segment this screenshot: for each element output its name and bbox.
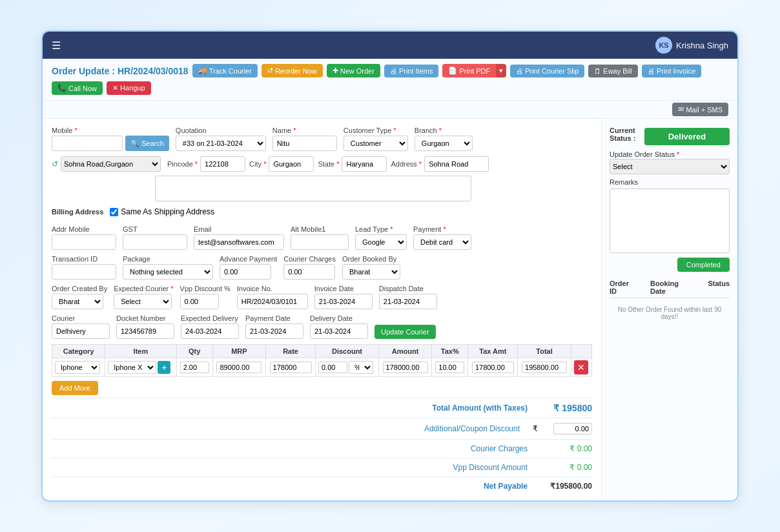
gst-input[interactable] [123, 234, 187, 250]
expected-delivery-input[interactable] [181, 323, 239, 339]
remarks-label: Remarks [610, 178, 730, 186]
status-col: Status [708, 280, 730, 295]
quotation-select[interactable]: #33 on 21-03-2024 [176, 136, 266, 151]
city-input[interactable] [269, 156, 314, 172]
new-order-button[interactable]: ✚ New Order [327, 64, 380, 77]
user-info: KS Krishna Singh [655, 37, 728, 54]
docket-number-input[interactable] [116, 323, 174, 339]
payment-date-group: Payment Date [245, 314, 303, 339]
email-label: Email [194, 225, 284, 233]
expected-delivery-group: Expected Delivery [181, 314, 239, 339]
update-status-select[interactable]: Select [610, 159, 730, 174]
email-input[interactable] [194, 234, 284, 250]
print-items-button[interactable]: 🖨 Print Items [384, 65, 439, 77]
transaction-id-label: Transaction ID [52, 255, 116, 263]
lead-type-select[interactable]: Google [355, 234, 407, 250]
address-textarea[interactable] [155, 176, 471, 201]
city-label: City * [249, 160, 266, 168]
printer-icon: 🖨 [516, 67, 523, 75]
advance-payment-input[interactable] [220, 264, 271, 280]
name-input[interactable] [272, 136, 337, 151]
addr-mobile-input[interactable] [52, 234, 116, 250]
qty-input[interactable] [180, 362, 209, 373]
courier-input[interactable] [52, 323, 110, 339]
discount-type-select[interactable]: % [349, 361, 373, 374]
eway-bill-button[interactable]: 🗒 Eway Bill [588, 65, 638, 77]
vpp-discount-input[interactable] [180, 294, 219, 309]
name-group: Name * [272, 127, 337, 151]
items-table-section: Category Item Qty MRP Rate Discount Amou… [52, 344, 592, 395]
col-mrp: MRP [212, 345, 265, 358]
customer-type-select[interactable]: Customer [344, 136, 408, 151]
header-row: Order Update : HR/2024/03/0018 🚚 Track C… [43, 59, 737, 101]
expected-courier-select[interactable]: Select [114, 294, 172, 309]
courier-charges-total-label: Courier Charges [411, 444, 528, 453]
dispatch-date-input[interactable] [379, 294, 437, 309]
discount-input[interactable] [318, 362, 347, 373]
item-select[interactable]: Iphone X [108, 361, 156, 374]
order-created-by-group: Order Created By Bharat [52, 285, 107, 309]
courier-charges-input[interactable] [283, 264, 335, 280]
total-input[interactable] [522, 362, 567, 373]
hamburger-icon[interactable]: ☰ [52, 39, 61, 52]
payment-date-input[interactable] [245, 323, 303, 339]
print-pdf-button[interactable]: 📄 Print PDF [442, 64, 496, 77]
refresh-address-icon[interactable]: ↺ [52, 159, 58, 169]
cell-discount: % [316, 358, 379, 377]
invoice-no-input[interactable] [237, 294, 308, 309]
print-pdf-dropdown-button[interactable]: ▾ [496, 64, 506, 77]
col-qty: Qty [176, 345, 212, 358]
address-input[interactable] [424, 156, 489, 172]
transaction-id-input[interactable] [52, 264, 116, 280]
tax-amt-input[interactable] [472, 362, 514, 373]
track-courier-button[interactable]: 🚚 Track Courier [192, 64, 258, 77]
col-category: Category [52, 345, 105, 358]
invoice-date-input[interactable] [314, 294, 373, 309]
amount-input[interactable] [383, 362, 428, 373]
name-label: Name * [272, 127, 337, 134]
rate-input[interactable] [270, 362, 312, 373]
net-payable-value: ₹195800.00 [540, 482, 592, 491]
top-bar: ☰ KS Krishna Singh [43, 32, 737, 59]
change-address-select[interactable]: Sohna Road,Gurgaon [61, 156, 161, 172]
order-booked-by-select[interactable]: Bharat [342, 264, 400, 280]
cell-item: Iphone X + [105, 358, 176, 377]
package-select[interactable]: Nothing selected [123, 264, 213, 280]
reorder-now-button[interactable]: ↺ Reorder Now [262, 64, 323, 77]
vpp-discount-total-row: Vpp Discount Amount ₹ 0.00 [52, 461, 592, 474]
mobile-input[interactable] [52, 136, 123, 151]
category-select[interactable]: Iphone [55, 361, 100, 374]
quotation-label: Quotation [176, 127, 266, 134]
mail-sms-button[interactable]: ✉ Mail + SMS [672, 103, 728, 116]
update-courier-button[interactable]: Update Courier [375, 325, 436, 339]
delivered-button[interactable]: Delivered [644, 128, 730, 145]
order-history: Order ID Booking Date Status No Other Or… [610, 280, 730, 325]
payment-select[interactable]: Debit card [413, 234, 471, 250]
delete-row-button[interactable]: ✕ [574, 360, 588, 374]
pincode-input[interactable] [200, 156, 245, 172]
branch-select[interactable]: Gurgaon [415, 136, 473, 151]
state-input[interactable] [342, 156, 387, 172]
email-group: Email [194, 225, 284, 250]
print-courier-slip-button[interactable]: 🖨 Print Courier Slip [510, 65, 584, 77]
content-area: Mobile * 🔍 Search Quotation #33 on 21-03… [43, 119, 737, 500]
hangup-button[interactable]: ✕ Hangup [107, 81, 151, 95]
mrp-input[interactable] [216, 362, 262, 373]
print-invoice-button[interactable]: 🖨 Print Invoice [642, 65, 702, 77]
delivery-date-input[interactable] [310, 323, 368, 339]
col-amount: Amount [378, 345, 431, 358]
tax-pct-input[interactable] [435, 362, 464, 373]
completed-button[interactable]: Completed [677, 258, 730, 272]
print-pdf-group: 📄 Print PDF ▾ [442, 64, 506, 77]
same-as-shipping-checkbox[interactable] [110, 208, 118, 216]
order-created-by-select[interactable]: Bharat [52, 294, 103, 309]
additional-discount-input[interactable] [553, 423, 592, 435]
total-amount-label: Total Amount (with Taxes) [411, 404, 528, 413]
call-now-button[interactable]: 📞 Call Now [52, 81, 103, 95]
alt-mobile-input[interactable] [291, 234, 349, 250]
add-item-button[interactable]: + [158, 361, 170, 374]
search-button[interactable]: 🔍 Search [125, 136, 169, 151]
remarks-textarea[interactable] [610, 189, 730, 253]
add-more-button[interactable]: Add More [52, 381, 98, 395]
address-label: Address * [391, 160, 422, 168]
